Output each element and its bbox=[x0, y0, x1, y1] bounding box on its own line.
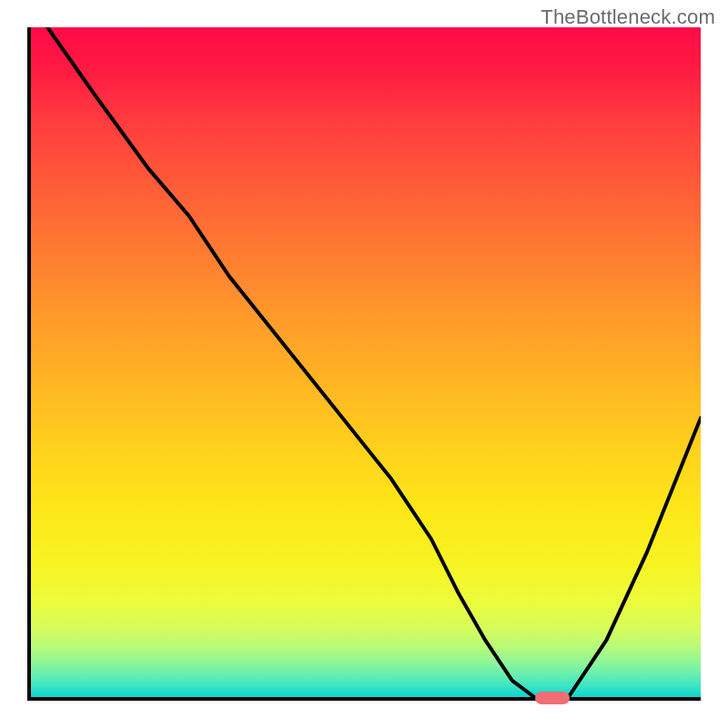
curve-path bbox=[47, 27, 701, 701]
x-axis bbox=[27, 697, 701, 701]
plot-area bbox=[27, 27, 701, 701]
y-axis bbox=[27, 27, 31, 701]
chart-container: TheBottleneck.com bbox=[0, 0, 728, 728]
watermark-text: TheBottleneck.com bbox=[541, 5, 715, 29]
bottleneck-curve bbox=[27, 27, 701, 701]
optimal-marker bbox=[535, 692, 570, 704]
